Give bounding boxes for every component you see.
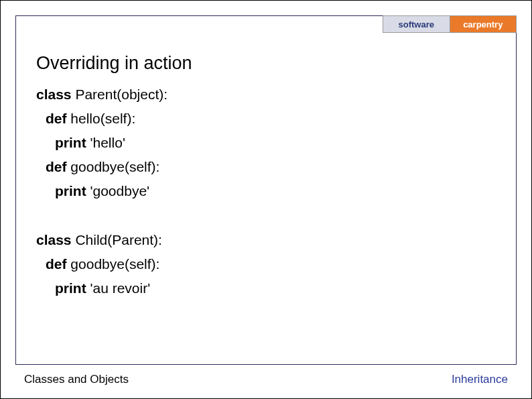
keyword-print: print <box>55 183 90 198</box>
code-text: Child(Parent): <box>75 232 162 247</box>
code-text: goodbye(self): <box>70 159 159 174</box>
code-text: goodbye(self): <box>70 256 159 272</box>
code-line: print 'goodbye' <box>36 179 168 203</box>
code-text: 'goodbye' <box>90 183 150 198</box>
code-text: Parent(object): <box>75 87 168 102</box>
code-line: def goodbye(self): <box>36 155 168 179</box>
logo-right-text: carpentry <box>450 16 517 32</box>
code-line: class Child(Parent): <box>36 228 168 252</box>
slide-title: Overriding in action <box>36 53 192 74</box>
code-text: 'hello' <box>90 135 125 150</box>
code-line: class Parent(object): <box>36 82 168 107</box>
code-line: print 'au revoir' <box>36 276 168 300</box>
keyword-class: class <box>36 87 75 102</box>
code-gap <box>36 204 168 228</box>
keyword-def: def <box>46 256 70 272</box>
keyword-print: print <box>55 280 90 296</box>
code-line: print 'hello' <box>36 131 168 155</box>
code-text: hello(self): <box>70 111 135 126</box>
slide: software carpentry Overriding in action … <box>0 0 532 399</box>
keyword-print: print <box>55 135 90 150</box>
code-line: def goodbye(self): <box>36 252 168 276</box>
logo-left-text: software <box>383 16 450 32</box>
footer-left: Classes and Objects <box>24 373 129 386</box>
code-line: def hello(self): <box>36 107 168 131</box>
code-block: class Parent(object): def hello(self): p… <box>36 82 168 300</box>
keyword-def: def <box>46 111 70 126</box>
software-carpentry-logo: software carpentry <box>383 15 517 33</box>
footer-right: Inheritance <box>452 373 508 386</box>
keyword-def: def <box>46 159 70 174</box>
keyword-class: class <box>36 232 75 247</box>
code-text: 'au revoir' <box>90 280 151 296</box>
